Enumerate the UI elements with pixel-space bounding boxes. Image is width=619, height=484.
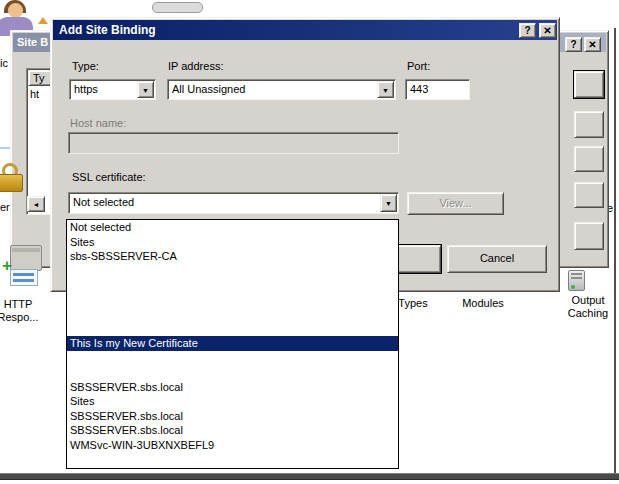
type-combobox[interactable]: https ▼ (69, 79, 156, 100)
feature-label-http-response[interactable]: HTTP Respo... (0, 298, 50, 324)
certificate-option[interactable] (67, 278, 398, 293)
site-bindings-side-button[interactable] (574, 222, 604, 250)
certificate-option[interactable] (67, 307, 398, 322)
certificate-option[interactable] (67, 293, 398, 308)
certificate-option[interactable]: This Is my New Certificate (67, 336, 398, 351)
certificate-option[interactable]: WMSvc-WIN-3UBXNXBEFL9 (67, 438, 398, 453)
site-bindings-help-button[interactable]: ? (565, 37, 582, 52)
site-bindings-side-button[interactable] (574, 182, 604, 208)
text-fragment-ic: ic (0, 57, 8, 69)
port-label: Port: (407, 60, 430, 72)
padlock-icon (0, 163, 25, 193)
certificate-option[interactable]: Not selected (67, 220, 398, 235)
bindings-list-row[interactable]: ht (30, 88, 39, 100)
certificate-option[interactable]: SBSSERVER.sbs.local (67, 423, 398, 438)
add-site-binding-title: Add Site Binding (59, 23, 156, 37)
cancel-button[interactable]: Cancel (447, 245, 547, 273)
certificate-option[interactable] (67, 264, 398, 279)
certificate-option[interactable]: sbs-SBSSERVER-CA (67, 249, 398, 264)
host-name-label: Host name: (70, 117, 126, 129)
certificate-option[interactable] (67, 322, 398, 337)
feature-label-output-caching[interactable]: Output Caching (559, 294, 617, 320)
certificate-option[interactable]: Sites (67, 394, 398, 409)
caret-icon (38, 17, 48, 24)
add-site-binding-title-bar[interactable]: Add Site Binding (53, 20, 557, 40)
ip-address-value: All Unassigned (168, 80, 395, 99)
type-label: Type: (72, 60, 99, 72)
port-value: 443 (406, 80, 469, 99)
dropdown-arrow-icon[interactable]: ▼ (377, 81, 394, 98)
screenshot-root: ic Types Modules Output Caching e Site B… (0, 0, 619, 484)
ssl-certificate-listbox[interactable]: Not selectedSitessbs-SBSSERVER-CAThis Is… (66, 219, 399, 469)
window-bottom-edge (0, 473, 619, 480)
certificate-option[interactable] (67, 365, 398, 380)
window-edge-fragment (152, 2, 203, 13)
feature-label-types[interactable]: Types (396, 297, 430, 310)
site-bindings-side-button[interactable] (574, 71, 604, 98)
dialog-help-button[interactable]: ? (519, 23, 536, 38)
site-bindings-title: Site B (17, 36, 48, 48)
window-right-border (614, 28, 616, 478)
view-button: View... (407, 192, 504, 215)
site-bindings-side-button[interactable] (574, 146, 604, 172)
feature-label-modules[interactable]: Modules (455, 297, 511, 310)
dropdown-arrow-icon[interactable]: ▼ (380, 194, 397, 212)
site-bindings-close-button[interactable]: ✕ (584, 37, 601, 52)
ssl-certificate-label: SSL certificate: (72, 171, 146, 183)
dialog-close-button[interactable]: ✕ (539, 23, 556, 38)
ip-address-combobox[interactable]: All Unassigned ▼ (167, 79, 396, 100)
ip-address-label: IP address: (168, 60, 223, 72)
output-caching-server-icon (567, 270, 587, 293)
certificate-option[interactable] (67, 351, 398, 366)
ssl-certificate-value: Not selected (69, 193, 398, 212)
dropdown-arrow-icon[interactable]: ▼ (137, 81, 154, 98)
scroll-left-button[interactable]: ◄ (27, 196, 45, 212)
ssl-certificate-combobox[interactable]: Not selected ▼ (68, 192, 399, 214)
port-input[interactable]: 443 (405, 79, 470, 100)
certificate-option[interactable]: Sites (67, 235, 398, 250)
host-name-input (68, 132, 399, 154)
http-response-headers-icon[interactable]: + (2, 243, 46, 291)
text-fragment-er: er (0, 201, 10, 213)
certificate-option[interactable]: SBSSERVER.sbs.local (67, 409, 398, 424)
certificate-option[interactable]: SBSSERVER.sbs.local (67, 380, 398, 395)
site-bindings-side-button[interactable] (574, 111, 604, 138)
